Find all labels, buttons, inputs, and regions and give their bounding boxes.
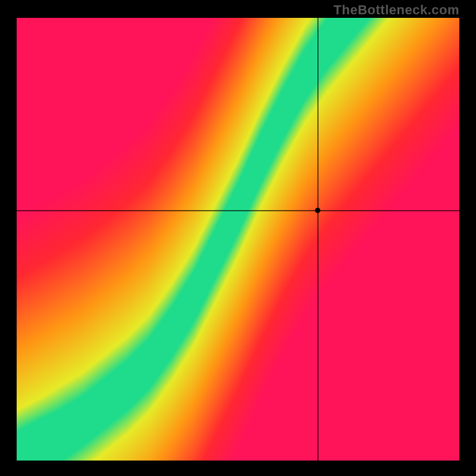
heatmap-plot xyxy=(17,18,459,461)
heatmap-canvas xyxy=(17,18,459,461)
watermark-text: TheBottleneck.com xyxy=(334,2,459,18)
